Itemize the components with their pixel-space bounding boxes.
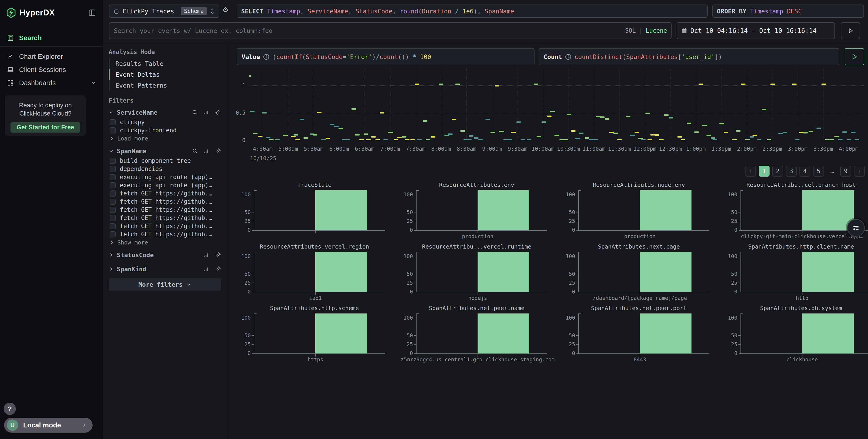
load-more-link[interactable]: Load more: [109, 135, 221, 143]
sidebar-item-dashboards[interactable]: Dashboards: [0, 76, 103, 89]
help-button[interactable]: ?: [4, 403, 16, 415]
chart-run-button[interactable]: [845, 48, 864, 65]
attribute-chart-spanattributes-next-page[interactable]: SpanAttributes.next.page02550100/dashboa…: [565, 243, 704, 302]
bar-chart-icon[interactable]: [203, 148, 210, 154]
filter-option[interactable]: fetch GET https://github.…: [109, 189, 221, 198]
page-button-4[interactable]: 4: [800, 166, 810, 177]
filter-option[interactable]: executing api route (app)…: [109, 181, 221, 189]
scatter-point: [655, 135, 659, 136]
pin-icon[interactable]: [215, 266, 221, 272]
attribute-chart-spanattributes-net-peer-name[interactable]: SpanAttributes.net.peer.name02550100z5nr…: [402, 305, 542, 364]
checkbox[interactable]: [110, 119, 116, 125]
nav-label: Chart Explorer: [19, 53, 63, 60]
filter-option[interactable]: executing api route (app)…: [109, 173, 221, 181]
search-run-button[interactable]: [841, 22, 860, 39]
page-button-5[interactable]: 5: [813, 166, 824, 177]
scatter-point: [394, 139, 398, 140]
checkbox[interactable]: [110, 215, 116, 221]
local-mode-button[interactable]: U Local mode: [4, 418, 93, 433]
filter-option[interactable]: build component tree: [109, 157, 221, 165]
previous-page-button[interactable]: ‹: [745, 166, 756, 177]
sidebar-item-client-sessions[interactable]: Client Sessions: [0, 63, 103, 76]
scatter-point: [266, 137, 271, 138]
filter-group-header-statuscode[interactable]: StatusCode: [109, 249, 221, 261]
attribute-chart-tracestate[interactable]: TraceState02550100: [240, 182, 379, 241]
more-filters-button[interactable]: More filters: [109, 278, 221, 291]
sidebar-collapse-icon[interactable]: [88, 8, 96, 17]
next-page-button[interactable]: ›: [854, 166, 865, 177]
pin-icon[interactable]: [215, 252, 221, 258]
checkbox[interactable]: [110, 191, 116, 197]
sidebar-item-chart-explorer[interactable]: Chart Explorer: [0, 50, 103, 63]
page-button-1[interactable]: 1: [758, 166, 770, 177]
checkbox[interactable]: [110, 158, 116, 164]
analysis-mode-results-table[interactable]: Results Table: [109, 58, 221, 69]
x-axis-category-label: clickhouse: [786, 357, 818, 362]
checkbox[interactable]: [110, 174, 116, 180]
checkbox[interactable]: [110, 182, 116, 188]
checkbox[interactable]: [110, 166, 116, 172]
scatter-point: [617, 139, 622, 140]
checkbox[interactable]: [110, 207, 116, 213]
filter-group-header-spankind[interactable]: SpanKind: [109, 263, 221, 275]
count-expression-input[interactable]: Count countDistinct(SpanAttributes['user…: [538, 48, 839, 65]
y-tick: [738, 335, 741, 336]
checkbox[interactable]: [110, 127, 116, 134]
bar-chart-icon[interactable]: [203, 252, 210, 258]
sql-mode-button[interactable]: SQL: [625, 27, 636, 34]
filter-group-header-servicename[interactable]: ServiceName: [109, 107, 221, 118]
order-by-input[interactable]: ORDER BY Timestamp DESC: [712, 4, 864, 18]
bar-chart-icon[interactable]: [203, 109, 210, 115]
source-select[interactable]: ClickPy Traces Schema: [109, 4, 219, 18]
count-expression: countDistinct(SpanAttributes['user_id']): [575, 53, 722, 60]
scatter-plot-area[interactable]: [249, 68, 864, 140]
filter-option[interactable]: dependencies: [109, 165, 221, 173]
bar: [802, 190, 854, 230]
bar-chart-icon[interactable]: [203, 266, 210, 272]
page-button-2[interactable]: 2: [772, 166, 783, 177]
attribute-chart-resourceattributes-vercel-region[interactable]: ResourceAttributes.vercel.region02550100…: [240, 243, 379, 302]
attribute-chart-spanattributes-http-scheme[interactable]: SpanAttributes.http.scheme02550100https: [240, 305, 379, 364]
analysis-mode-event-patterns[interactable]: Event Patterns: [109, 80, 221, 91]
filter-option[interactable]: clickpy-frontend: [109, 126, 221, 135]
checkbox[interactable]: [110, 199, 116, 205]
search-input[interactable]: [114, 27, 622, 34]
page-button-3[interactable]: 3: [786, 166, 797, 177]
attribute-chart-resourceattributes-env[interactable]: ResourceAttributes.env02550100production: [402, 182, 542, 241]
search-icon[interactable]: [192, 109, 198, 115]
filter-option[interactable]: fetch GET https://github.…: [109, 198, 221, 206]
attribute-chart-resourceattribu-cel-branch-host[interactable]: ResourceAttribu..cel.branch_host02550100…: [727, 182, 866, 241]
lucene-mode-button[interactable]: Lucene: [646, 27, 667, 34]
chart-options-fab[interactable]: [847, 219, 865, 237]
filter-option[interactable]: fetch GET https://github.…: [109, 214, 221, 222]
value-expression-input[interactable]: Value (countIf(StatusCode='Error')/count…: [237, 48, 534, 65]
info-icon: [263, 54, 269, 60]
sql-select-input[interactable]: SELECT Timestamp, ServiceName, StatusCod…: [237, 4, 708, 18]
date-range-picker[interactable]: Oct 10 04:16:14 - Oct 10 16:16:14: [677, 22, 835, 39]
gridline: [619, 68, 620, 140]
scatter-point: [397, 137, 402, 138]
filter-option[interactable]: fetch GET https://github.…: [109, 230, 221, 238]
checkbox[interactable]: [110, 231, 116, 237]
attribute-chart-spanattributes-http-client-name[interactable]: SpanAttributes.http.client.name02550100h…: [727, 243, 866, 302]
gear-icon[interactable]: ⚙: [223, 5, 228, 13]
pin-icon[interactable]: [215, 109, 221, 115]
filter-group-header-spanname[interactable]: SpanName: [109, 145, 221, 157]
filter-option[interactable]: fetch GET https://github.…: [109, 206, 221, 214]
get-started-button[interactable]: Get Started for Free: [10, 122, 80, 133]
attribute-chart-resourceattribu-vercel-runtime[interactable]: ResourceAttribu...vercel.runtime02550100…: [402, 243, 542, 302]
pin-icon[interactable]: [215, 148, 221, 154]
analysis-mode-event-deltas[interactable]: Event Deltas: [109, 69, 221, 80]
page-button-9[interactable]: 9: [840, 166, 851, 177]
sidebar-item-search[interactable]: Search: [0, 31, 103, 45]
show-more-link[interactable]: Show more: [109, 238, 221, 246]
y-axis-tick-label: 100: [400, 315, 413, 321]
attribute-chart-resourceattributes-node-env[interactable]: ResourceAttributes.node.env02550100produ…: [565, 182, 704, 241]
filter-option[interactable]: fetch GET https://github.…: [109, 222, 221, 230]
checkbox[interactable]: [110, 223, 116, 229]
filter-option[interactable]: clickpy: [109, 118, 221, 126]
search-icon[interactable]: [192, 148, 198, 154]
attribute-chart-spanattributes-net-peer-port[interactable]: SpanAttributes.net.peer.port025501008443: [565, 305, 704, 364]
scatter-point: [249, 76, 251, 77]
attribute-chart-spanattributes-db-system[interactable]: SpanAttributes.db.system02550100clickhou…: [727, 305, 866, 364]
